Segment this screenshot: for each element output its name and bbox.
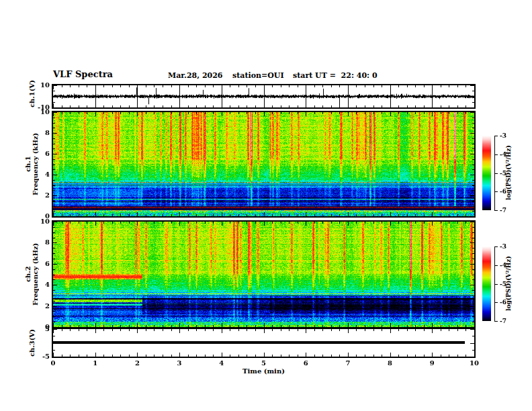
time-tick [272,222,273,224]
time-tick [457,329,458,331]
time-tick [205,222,206,224]
time-tick [129,85,130,87]
station-label: station=OUI [232,72,284,80]
time-tick [264,353,265,357]
y-tick [472,316,474,317]
time-tick [373,85,374,87]
y-tick [53,259,55,259]
time-tick [449,112,449,114]
time-tick [95,103,96,107]
ch3-voltage-axis-label: ch.3(V) [28,329,36,357]
time-tick-label: 6 [297,360,314,367]
time-tick [79,222,79,224]
y-tick [53,97,57,97]
time-tick [281,112,281,114]
time-tick [247,222,247,224]
time-tick [79,355,79,357]
time-tick [163,222,163,224]
time-tick [213,105,214,107]
time-tick [95,353,96,357]
ch1-axis-line1: ch.1 [24,112,32,216]
time-tick [398,105,399,107]
time-tick [129,355,130,357]
time-tick [230,325,230,327]
time-tick [205,85,206,87]
time-tick [382,355,382,357]
time-tick [339,85,340,87]
y-tick-label: -5 [27,353,50,360]
time-tick [281,222,281,224]
time-tick-label: 1 [87,360,104,367]
time-tick [120,112,121,114]
time-tick [171,112,172,114]
time-tick [188,112,189,114]
y-tick [470,264,474,265]
time-tick [322,105,323,107]
time-tick [356,214,357,216]
y-tick [53,242,57,243]
time-tick-label: 5 [255,360,273,367]
time-tick [441,355,441,357]
y-tick-label: 10 [27,109,50,116]
time-tick [129,222,130,224]
time-tick [382,105,382,107]
time-tick [322,355,323,357]
y-tick [53,306,57,307]
time-tick [95,329,96,333]
time-tick [365,325,365,327]
time-tick [238,222,239,224]
y-tick [53,357,57,357]
y-tick [53,295,55,296]
y-tick [472,259,474,259]
ch1-spectrogram-panel [52,111,476,218]
time-tick [205,214,206,216]
time-tick [213,325,214,327]
colorbar-tick [494,284,498,285]
time-tick [466,112,466,114]
time-tick [95,212,96,216]
colorbar-tick-label: -4 [500,263,506,269]
time-tick [449,325,449,327]
time-tick [120,222,121,224]
time-tick [264,85,265,89]
time-tick [457,214,458,216]
time-tick [339,214,340,216]
y-tick [53,311,55,312]
time-tick [171,329,172,331]
time-tick [171,85,172,87]
time-tick [441,222,441,224]
colorbar-tick-label: -6 [500,189,506,195]
time-tick [407,214,408,216]
y-tick [53,195,57,196]
time-tick [407,222,408,224]
time-tick [70,105,71,107]
time-tick [222,353,222,357]
y-tick [53,316,55,317]
time-tick [255,105,256,107]
y-tick [53,275,55,275]
y-tick [472,144,474,144]
time-tick [146,112,146,114]
colorbar-tick [494,173,498,174]
time-tick [390,353,391,357]
time-tick [449,329,449,331]
time-tick [441,85,441,87]
time-tick [230,85,230,87]
time-tick [222,103,222,107]
time-tick-label: 4 [213,360,230,367]
colorbar-tick [494,136,498,136]
time-tick [154,214,154,216]
time-tick [103,214,104,216]
time-tick [196,112,197,114]
time-tick [103,355,104,357]
ch2-spectrogram-panel [52,220,476,328]
y-tick [53,290,55,291]
time-tick [188,355,189,357]
time-tick [103,105,104,107]
y-tick [472,169,474,170]
colorbar-tick [494,246,498,247]
time-tick [120,105,121,107]
y-tick [470,327,474,328]
time-tick [373,355,374,357]
time-tick [474,212,475,216]
